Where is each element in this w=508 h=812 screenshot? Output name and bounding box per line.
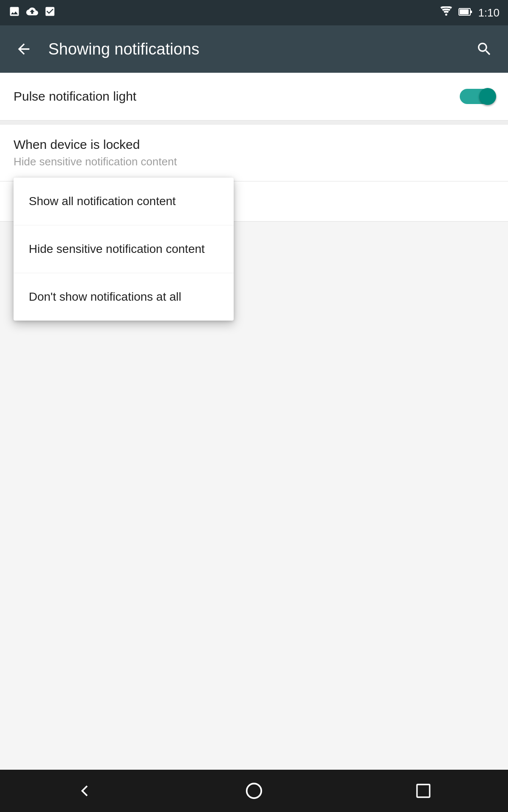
svg-point-0 (445, 14, 447, 16)
device-locked-sublabel: Hide sensitive notification content (14, 155, 494, 168)
nav-bar (0, 770, 508, 812)
status-time: 1:10 (478, 6, 500, 19)
content-area: Pulse notification light When device is … (0, 73, 508, 222)
app-bar-left: Showing notifications (12, 37, 199, 61)
nav-back-button[interactable] (64, 770, 106, 812)
pulse-notification-label: Pulse notification light (14, 89, 136, 104)
svg-rect-2 (471, 11, 472, 13)
svg-rect-3 (460, 9, 469, 14)
battery-icon (458, 7, 472, 19)
device-locked-row[interactable]: When device is locked Hide sensitive not… (0, 125, 508, 181)
upload-icon (26, 5, 38, 20)
photo-icon (8, 5, 20, 20)
search-button[interactable] (472, 37, 496, 61)
back-button[interactable] (12, 37, 36, 61)
toggle-thumb (479, 88, 496, 105)
svg-rect-5 (417, 785, 430, 797)
dropdown-item-show-all[interactable]: Show all notification content (14, 178, 234, 225)
app-bar-title: Showing notifications (48, 40, 199, 58)
device-locked-label: When device is locked (14, 137, 494, 152)
nav-recents-button[interactable] (402, 770, 444, 812)
pulse-toggle[interactable] (460, 89, 494, 104)
dropdown-item-dont-show[interactable]: Don't show notifications at all (14, 273, 234, 321)
section-divider (0, 121, 508, 125)
pulse-notification-row[interactable]: Pulse notification light (0, 73, 508, 121)
status-icons (8, 5, 56, 20)
svg-point-4 (247, 784, 262, 798)
toggle-track[interactable] (460, 89, 494, 104)
app-bar: Showing notifications (0, 25, 508, 73)
task-icon (44, 5, 56, 20)
nav-home-button[interactable] (233, 770, 275, 812)
status-right: 1:10 (440, 6, 500, 19)
dropdown-item-hide-sensitive[interactable]: Hide sensitive notification content (14, 225, 234, 273)
dropdown-popup: Show all notification content Hide sensi… (14, 178, 234, 321)
wifi-icon (440, 6, 453, 19)
status-bar: 1:10 (0, 0, 508, 25)
